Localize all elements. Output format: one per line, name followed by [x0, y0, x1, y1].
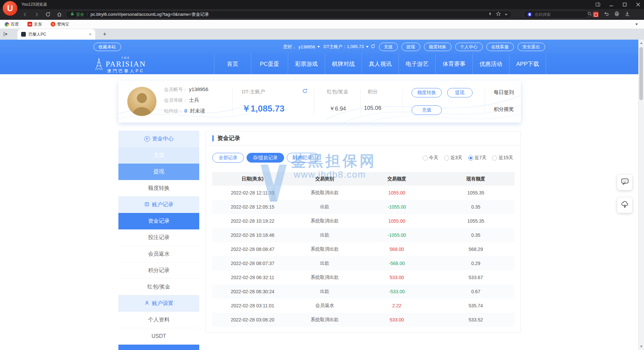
nav-slots[interactable]: 电子游艺 — [398, 54, 435, 74]
tab-close-icon[interactable]: × — [89, 32, 92, 37]
printer-icon[interactable] — [614, 11, 620, 18]
points-lottery-link[interactable]: 积分摇奖 — [489, 106, 518, 113]
window-title: You123浏览器 — [21, 0, 47, 9]
sidebar-item-bet-records[interactable]: 投注记录 — [118, 229, 199, 246]
magnifier-icon[interactable] — [587, 11, 592, 17]
nav-home[interactable]: 首页 — [214, 54, 251, 74]
minimize-icon[interactable] — [608, 2, 614, 7]
capture-icon[interactable] — [593, 12, 598, 17]
card-transfer-button[interactable]: 额度转换 — [412, 88, 442, 97]
browser-logo[interactable]: U — [3, 1, 17, 16]
member-account-row: 会员帐号： y138956 — [164, 86, 208, 93]
url-dropdown-icon[interactable] — [505, 14, 507, 15]
main-account-dropdown[interactable]: DT主账户：1,085.73 — [324, 44, 375, 50]
bookmark-aitaobao[interactable]: 淘 爱淘宝 — [51, 21, 69, 27]
tab-transfer-records[interactable]: 转账记录 — [287, 153, 318, 163]
customer-service-float-button[interactable] — [617, 175, 632, 190]
sidebar-item-red-packet[interactable]: 红包/奖金 — [118, 279, 199, 295]
wallet-refresh-icon[interactable] — [302, 88, 308, 95]
sidebar-next-item-partial[interactable] — [118, 345, 199, 350]
browser-panels-icon[interactable] — [595, 2, 600, 7]
bookmark-star-icon[interactable] — [496, 11, 501, 17]
site-logo[interactable]: THE PARISIAN 澳門巴黎人PC — [95, 56, 146, 73]
tab-parisian[interactable]: 巴黎人PC × — [17, 29, 95, 40]
table-row: 2022-02-28 12:11:33 系统取消出款 1055.00 1055.… — [212, 186, 515, 200]
sidebar-item-usdt[interactable]: USDT — [118, 328, 199, 345]
user-dropdown[interactable]: 您好， y138956 — [283, 44, 320, 50]
scroll-down-icon[interactable] — [640, 346, 643, 348]
nav-live-casino[interactable]: 真人视讯 — [362, 54, 398, 74]
bookmarks-overflow-icon[interactable] — [635, 24, 638, 25]
topbar-transfer-button[interactable]: 额度转换 — [424, 43, 451, 51]
lightning-icon[interactable] — [488, 11, 492, 17]
sidebar-toggle-icon[interactable] — [3, 32, 9, 38]
nav-pcdandan[interactable]: PC蛋蛋 — [251, 54, 288, 74]
bookmark-baidu[interactable]: 百度 — [5, 21, 19, 27]
scrollbar-thumb[interactable] — [639, 47, 643, 100]
radio-checked-icon[interactable] — [468, 156, 473, 161]
topbar-logout-button[interactable]: 安全退出 — [518, 43, 545, 51]
topbar-withdraw-button[interactable]: 提现 — [401, 43, 420, 51]
balance-refresh-icon[interactable] — [371, 44, 375, 50]
radio-icon[interactable] — [444, 156, 449, 161]
search-input[interactable] — [534, 12, 587, 17]
back-icon[interactable] — [21, 10, 30, 19]
account-caret-icon — [366, 46, 369, 48]
scroll-up-icon[interactable] — [640, 42, 643, 44]
address-bar[interactable]: 安全 pc.blryl6.com/#/personal/accountLog?t… — [66, 10, 512, 18]
forward-icon[interactable] — [32, 10, 41, 19]
topbar-profile-button[interactable]: 个人中心 — [455, 43, 483, 51]
sidebar-item-deposit[interactable]: 充值 — [118, 147, 199, 164]
member-level-row: 会员等级： 士兵 — [164, 96, 208, 104]
range-7days[interactable]: 近7天 — [468, 155, 487, 161]
radio-icon[interactable] — [423, 156, 428, 161]
download-icon[interactable] — [625, 11, 630, 18]
new-tab-icon[interactable]: + — [101, 30, 109, 38]
nav-board-games[interactable]: 棋牌对战 — [325, 54, 362, 74]
card-withdraw-button[interactable]: 提现 — [447, 88, 473, 97]
daily-signin-link[interactable]: 每日签到 — [489, 89, 518, 96]
sidebar-item-account-settings[interactable]: 账户设置 — [118, 295, 199, 312]
topbar-deposit-button[interactable]: 充值 — [379, 43, 398, 51]
range-3days[interactable]: 近3天 — [444, 155, 463, 161]
topbar-service-button[interactable]: 在线客服 — [486, 43, 514, 51]
window-controls — [595, 0, 641, 9]
nav-app-download[interactable]: APP下载 — [509, 54, 546, 74]
avatar — [127, 87, 157, 116]
wallet-label: DT-主账户 — [242, 89, 265, 95]
undo-icon[interactable] — [603, 11, 609, 18]
nav-lottery[interactable]: 彩票游戏 — [288, 54, 325, 74]
sidebar-item-withdraw[interactable]: 提现 — [118, 164, 199, 180]
table-row: 2022-02-28 03:11:01 会员返水 2.22 535.74 — [212, 299, 515, 313]
cloud-download-float-button[interactable] — [617, 198, 632, 213]
sidebar-item-profile[interactable]: 个人资料 — [118, 312, 199, 328]
jd-icon: JD — [28, 22, 32, 27]
bookmark-jd[interactable]: JD 京东 — [28, 21, 42, 27]
sidebar-item-points-records[interactable]: 积分记录 — [118, 262, 199, 279]
nav-sports[interactable]: 体育赛事 — [435, 54, 472, 74]
range-today[interactable]: 今天 — [423, 155, 438, 161]
maximize-icon[interactable] — [622, 2, 627, 7]
home-icon[interactable] — [55, 10, 64, 19]
tab-deposit-withdraw-records[interactable]: 存/提款记录 — [247, 153, 284, 163]
range-15days[interactable]: 近15天 — [492, 155, 513, 161]
favorite-site-button[interactable]: 收藏本站 — [94, 43, 121, 51]
table-row: 2022-02-28 12:05:15 出款 -1055.00 0.35 — [212, 200, 515, 214]
sidebar-item-quota-transfer[interactable]: 额度转换 — [118, 180, 199, 196]
refresh-icon[interactable] — [44, 10, 52, 19]
page-scrollbar[interactable] — [638, 40, 644, 350]
sidebar-item-member-rebate[interactable]: 会员返水 — [118, 246, 199, 262]
url-text: pc.blryl6.com/#/personal/accountLog?tag=… — [91, 11, 488, 17]
inbox-row[interactable]: 站内信： 0 封未读 — [164, 107, 208, 115]
logo-subtitle: 澳門巴黎人PC — [106, 69, 146, 73]
tab-all-records[interactable]: 全部记录 — [212, 153, 244, 163]
sidebar-item-funds-center[interactable]: ¥ 资金中心 — [118, 131, 199, 147]
nav-promotions[interactable]: 优惠活动 — [472, 54, 509, 74]
search-bar[interactable] — [524, 10, 588, 18]
sidebar-item-fund-records[interactable]: 资金记录 — [118, 213, 199, 229]
sidebar-item-account-records[interactable]: 账户记录 — [118, 196, 199, 213]
card-deposit-button[interactable]: 充值 — [412, 105, 442, 115]
close-icon[interactable] — [635, 2, 641, 7]
radio-icon[interactable] — [492, 156, 497, 161]
table-row: 2022-02-28 08:07:37 出款 -568.00 0.29 — [212, 256, 515, 270]
